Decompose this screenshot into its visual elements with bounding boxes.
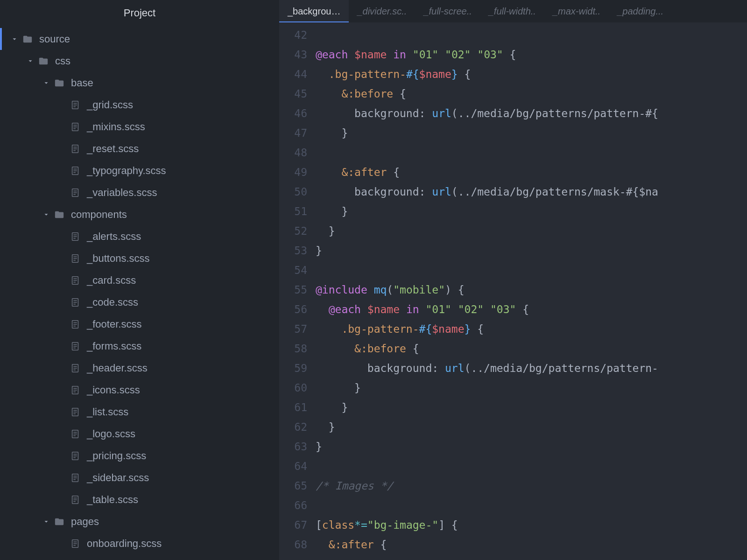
code-line[interactable]	[316, 496, 747, 515]
code-line[interactable]: @include mq("mobile") {	[316, 280, 747, 300]
tree-file--table-scss[interactable]: _table.scss	[0, 489, 279, 511]
line-number: 62	[279, 417, 307, 437]
tree-file--sidebar-scss[interactable]: _sidebar.scss	[0, 467, 279, 489]
line-number: 60	[279, 378, 307, 398]
code-line[interactable]: @each $name in "01" "02" "03" {	[316, 300, 747, 319]
code-line[interactable]: @each $name in "01" "02" "03" {	[316, 45, 747, 64]
tree-folder-base[interactable]: base	[0, 72, 279, 94]
tree-item-label: source	[39, 33, 70, 45]
line-number: 44	[279, 64, 307, 84]
line-number: 49	[279, 162, 307, 182]
chevron-down-icon[interactable]	[10, 35, 19, 43]
code-line[interactable]: }	[316, 221, 747, 241]
code-line[interactable]: &:after {	[316, 162, 747, 182]
tree-folder-pages[interactable]: pages	[0, 511, 279, 532]
code-line[interactable]: &:before {	[316, 339, 747, 358]
tree-file--pricing-scss[interactable]: _pricing.scss	[0, 445, 279, 467]
tree-file--variables-scss[interactable]: _variables.scss	[0, 182, 279, 203]
code-line[interactable]: background: url(../media/bg/patterns/pat…	[316, 104, 747, 123]
chevron-down-icon[interactable]	[42, 79, 50, 87]
line-number: 67	[279, 515, 307, 535]
tree-item-label: onboarding.scss	[87, 538, 162, 550]
code-line[interactable]	[316, 260, 747, 280]
editor-tab[interactable]: _max-widt..	[544, 0, 609, 22]
line-number: 54	[279, 260, 307, 280]
tree-file--forms-scss[interactable]: _forms.scss	[0, 335, 279, 357]
file-icon	[70, 122, 80, 132]
tree-item-label: base	[71, 77, 93, 89]
code-line[interactable]: }	[316, 417, 747, 437]
code-line[interactable]: [class*="bg-image-"] {	[316, 515, 747, 535]
tree-item-label: _reset.scss	[87, 143, 139, 155]
tree-file--grid-scss[interactable]: _grid.scss	[0, 94, 279, 116]
file-icon	[70, 188, 80, 198]
tab-bar: _backgrou…_divider.sc.._full-scree.._ful…	[279, 0, 747, 22]
chevron-down-icon[interactable]	[42, 518, 50, 526]
code-area[interactable]: @each $name in "01" "02" "03" { .bg-patt…	[316, 22, 747, 560]
tree-file--typography-scss[interactable]: _typography.scss	[0, 160, 279, 182]
file-icon	[70, 231, 80, 242]
code-editor[interactable]: 4243444546474849505152535455565758596061…	[279, 22, 747, 560]
tree-item-label: _grid.scss	[87, 99, 133, 111]
tree-item-label: _buttons.scss	[87, 252, 150, 265]
tree-item-label: _card.scss	[87, 274, 136, 287]
code-line[interactable]	[316, 456, 747, 476]
tree-item-label: _header.scss	[87, 362, 148, 374]
code-line[interactable]: &:before {	[316, 84, 747, 104]
tree-file--icons-scss[interactable]: _icons.scss	[0, 379, 279, 401]
editor-tab[interactable]: _padding...	[609, 0, 672, 22]
editor-tab[interactable]: _full-scree..	[415, 0, 480, 22]
code-line[interactable]: background: url(../media/bg/patterns/pat…	[316, 358, 747, 378]
tree-file--alerts-scss[interactable]: _alerts.scss	[0, 225, 279, 247]
editor-tab[interactable]: _divider.sc..	[349, 0, 415, 22]
tree-file--buttons-scss[interactable]: _buttons.scss	[0, 247, 279, 269]
tree-file-onboarding-scss[interactable]: onboarding.scss	[0, 532, 279, 554]
folder-icon	[54, 517, 64, 527]
code-line[interactable]: &:after {	[316, 535, 747, 554]
tree-item-label: _footer.scss	[87, 318, 141, 330]
code-line[interactable]: }	[316, 398, 747, 417]
chevron-down-icon[interactable]	[26, 57, 35, 65]
code-line[interactable]: }	[316, 123, 747, 143]
file-icon	[70, 275, 80, 286]
line-number: 47	[279, 123, 307, 143]
tree-file--card-scss[interactable]: _card.scss	[0, 269, 279, 291]
tree-file--list-scss[interactable]: _list.scss	[0, 401, 279, 423]
editor-tab[interactable]: _backgrou…	[279, 0, 349, 22]
file-tree: sourcecssbase_grid.scss_mixins.scss_rese…	[0, 26, 279, 554]
tree-item-label: css	[55, 55, 70, 67]
code-line[interactable]: }	[316, 202, 747, 221]
tree-file--header-scss[interactable]: _header.scss	[0, 357, 279, 379]
editor-tab[interactable]: _full-width..	[480, 0, 544, 22]
tree-file--code-scss[interactable]: _code.scss	[0, 291, 279, 313]
file-icon	[70, 297, 80, 308]
line-number: 68	[279, 535, 307, 554]
app-root: Project sourcecssbase_grid.scss_mixins.s…	[0, 0, 747, 560]
tree-item-label: _sidebar.scss	[87, 472, 149, 484]
file-icon	[70, 319, 80, 329]
code-line[interactable]: .bg-pattern-#{$name} {	[316, 64, 747, 84]
tree-folder-source[interactable]: source	[0, 28, 279, 50]
file-icon	[70, 341, 80, 351]
tree-file--reset-scss[interactable]: _reset.scss	[0, 138, 279, 160]
tree-folder-css[interactable]: css	[0, 50, 279, 72]
code-line[interactable]: }	[316, 241, 747, 260]
code-line[interactable]: background: url(../media/bg/patterns/mas…	[316, 182, 747, 202]
line-number: 55	[279, 280, 307, 300]
file-icon	[70, 495, 80, 505]
tree-item-label: _alerts.scss	[87, 231, 141, 243]
code-line[interactable]	[316, 25, 747, 45]
code-line[interactable]: }	[316, 378, 747, 398]
code-line[interactable]	[316, 143, 747, 162]
line-number: 46	[279, 104, 307, 123]
tree-file--mixins-scss[interactable]: _mixins.scss	[0, 116, 279, 138]
chevron-down-icon[interactable]	[42, 210, 50, 219]
tree-folder-components[interactable]: components	[0, 203, 279, 225]
code-line[interactable]: /* Images */	[316, 476, 747, 496]
line-number-gutter: 4243444546474849505152535455565758596061…	[279, 22, 316, 560]
tree-file--footer-scss[interactable]: _footer.scss	[0, 313, 279, 335]
line-number: 61	[279, 398, 307, 417]
code-line[interactable]: }	[316, 437, 747, 456]
tree-file--logo-scss[interactable]: _logo.scss	[0, 423, 279, 445]
code-line[interactable]: .bg-pattern-#{$name} {	[316, 319, 747, 339]
